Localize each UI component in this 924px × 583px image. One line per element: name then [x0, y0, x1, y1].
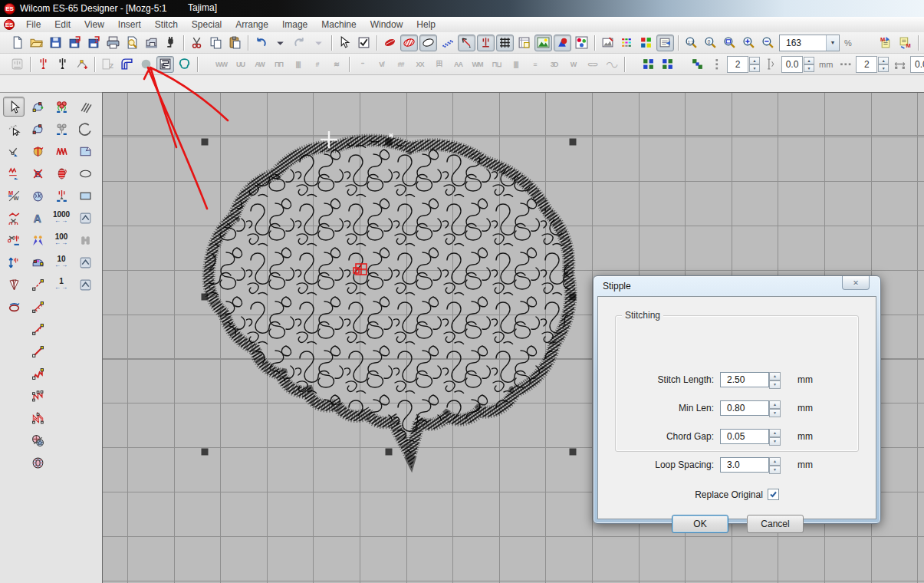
- zoom-1-1[interactable]: 1:1: [682, 35, 700, 51]
- selection-handle[interactable]: [570, 139, 577, 146]
- align-vertical[interactable]: [659, 56, 676, 73]
- stitch-machine[interactable]: [143, 35, 160, 51]
- open-file[interactable]: [28, 35, 45, 51]
- menu-view[interactable]: View: [77, 18, 111, 31]
- tool-num-1000[interactable]: 1000←→: [51, 208, 72, 228]
- tool-flower-red[interactable]: [51, 97, 72, 117]
- insert-node[interactable]: [73, 56, 90, 73]
- tool-flower-gray-2[interactable]: [74, 208, 96, 228]
- hoop-layout[interactable]: [8, 56, 26, 73]
- field-stepper[interactable]: ▲▼: [769, 372, 781, 387]
- tool-satin-oval[interactable]: [51, 163, 72, 183]
- zoom-level-value[interactable]: 163: [780, 38, 826, 48]
- satin-stitch[interactable]: WW: [212, 56, 230, 73]
- contour-stitch[interactable]: ≡: [526, 56, 544, 73]
- new-file[interactable]: [8, 35, 26, 51]
- tool-arc-tool[interactable]: [74, 119, 96, 139]
- brain-design-object[interactable]: [192, 127, 584, 469]
- picture-edit[interactable]: [599, 35, 617, 51]
- tool-patch-shape[interactable]: [74, 141, 96, 161]
- tool-no-monogram[interactable]: B: [27, 163, 48, 183]
- points-view[interactable]: [439, 35, 456, 51]
- tool-flower-gray[interactable]: [51, 119, 72, 139]
- tatami-stitch[interactable]: ||||: [289, 56, 307, 73]
- tool-mirror-pair[interactable]: [27, 230, 48, 250]
- tool-mw-ratio[interactable]: MW: [3, 186, 25, 206]
- tool-applique-hat[interactable]: [27, 252, 48, 272]
- oval-b[interactable]: ◠◡: [603, 56, 620, 73]
- spin2-input[interactable]: 0.0: [781, 56, 803, 73]
- field-input[interactable]: 3.0: [720, 457, 769, 473]
- menu-image[interactable]: Image: [275, 18, 314, 31]
- three-d[interactable]: 3D: [545, 56, 563, 73]
- tool-texture-a[interactable]: [74, 252, 96, 272]
- selection-handle[interactable]: [202, 449, 209, 456]
- grid-toggle[interactable]: [496, 35, 514, 51]
- tool-binoculars[interactable]: [74, 230, 96, 250]
- selection-handle[interactable]: [386, 449, 393, 456]
- replace-original-checkbox[interactable]: [768, 489, 779, 500]
- field-stepper[interactable]: ▲▼: [769, 457, 781, 473]
- selection-handle[interactable]: [570, 449, 577, 456]
- fur-stitch[interactable]: W: [564, 56, 582, 73]
- applique-view[interactable]: [554, 35, 571, 51]
- circle-fill[interactable]: [137, 56, 155, 73]
- tool-reshape-tool[interactable]: [27, 97, 48, 117]
- ok-button[interactable]: OK: [672, 515, 728, 533]
- tool-parallel-lines[interactable]: [74, 97, 96, 117]
- wave-stitch[interactable]: ≋: [327, 56, 345, 73]
- tool-ellipse-tool[interactable]: [74, 163, 96, 183]
- stitch-to-machine-1[interactable]: M: [877, 35, 895, 51]
- tool-select-tool[interactable]: [3, 97, 25, 117]
- oval-a[interactable]: ⊂⊃: [584, 56, 601, 73]
- import-machine-file[interactable]: 1: [85, 35, 103, 51]
- align-center[interactable]: [689, 56, 706, 73]
- pointer-t[interactable]: [336, 35, 353, 51]
- document-icon[interactable]: ES: [4, 19, 15, 30]
- menu-insert[interactable]: Insert: [111, 18, 148, 31]
- tool-measure-updown[interactable]: [3, 252, 25, 272]
- spin4-input[interactable]: 0.0: [910, 56, 924, 73]
- grid-stitch[interactable]: #: [308, 56, 326, 73]
- paste[interactable]: [226, 35, 244, 51]
- tool-stitch-line-c[interactable]: [27, 319, 48, 339]
- outline-design[interactable]: [176, 56, 193, 73]
- cancel-button[interactable]: Cancel: [747, 515, 804, 533]
- stitches-view[interactable]: [381, 35, 399, 51]
- undo-dropdown[interactable]: [271, 35, 289, 51]
- zoom-box[interactable]: [721, 35, 738, 51]
- bitmap-view[interactable]: [573, 35, 590, 51]
- zoom-in[interactable]: [740, 35, 758, 51]
- weave-stitch[interactable]: ##: [392, 56, 409, 73]
- menu-window[interactable]: Window: [363, 18, 410, 31]
- tool-stitch-arrow[interactable]: [3, 163, 25, 183]
- gap-icon[interactable]: [762, 56, 780, 73]
- offset-outlines[interactable]: [118, 56, 136, 73]
- tool-needle-drop[interactable]: [51, 186, 72, 206]
- thread-colors[interactable]: [618, 35, 636, 51]
- tool-fan-tool[interactable]: [3, 275, 25, 295]
- export-machine-file[interactable]: M: [66, 35, 84, 51]
- width-icon[interactable]: [891, 56, 909, 73]
- loop-stitch[interactable]: UU: [232, 56, 249, 73]
- tool-stitch-line-e[interactable]: [27, 364, 48, 384]
- tool-brain-patch[interactable]: [27, 186, 48, 206]
- cut[interactable]: [188, 35, 206, 51]
- tool-cut-needle[interactable]: [3, 230, 25, 250]
- e-stitch[interactable]: ΠΠ: [270, 56, 288, 73]
- field-input[interactable]: 0.80: [720, 400, 769, 416]
- tool-num-1[interactable]: 1←→: [51, 275, 72, 295]
- wws-stitch[interactable]: WM: [469, 56, 486, 73]
- bar-stitch[interactable]: ⊓⊔: [488, 56, 505, 73]
- tool-zigzag-red[interactable]: [51, 141, 72, 161]
- tool-stitch-line-b[interactable]: [27, 297, 48, 317]
- zoom-out[interactable]: [759, 35, 777, 51]
- field-stepper[interactable]: ▲▼: [769, 429, 781, 444]
- selection-handle[interactable]: [202, 139, 209, 146]
- spin1-stepper[interactable]: ▲▼: [749, 57, 760, 72]
- spin1-input[interactable]: 2: [727, 56, 748, 73]
- tool-stitch-line-d[interactable]: [27, 341, 48, 361]
- connectors-view[interactable]: [458, 35, 475, 51]
- hoop-grid[interactable]: [515, 35, 533, 51]
- tool-reshape-object[interactable]: [27, 119, 48, 139]
